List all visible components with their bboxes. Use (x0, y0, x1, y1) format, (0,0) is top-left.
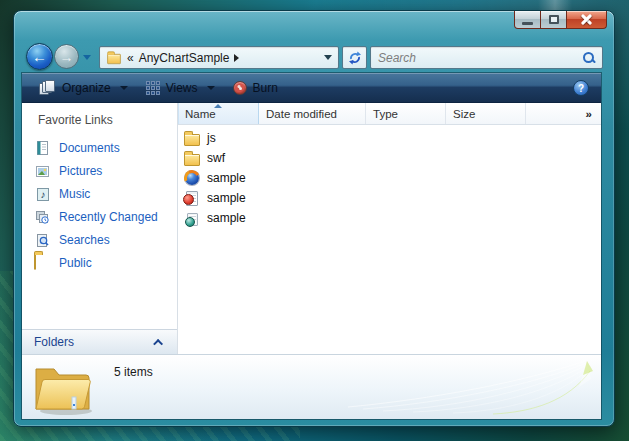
command-toolbar: Organize Views Burn ? (22, 73, 601, 103)
organize-button[interactable]: Organize (32, 77, 135, 98)
breadcrumb-location[interactable]: AnyChartSample (139, 51, 230, 65)
window-content: Organize Views Burn ? (22, 73, 601, 419)
maximize-icon (549, 15, 559, 24)
close-button[interactable] (566, 11, 607, 29)
window-controls (515, 11, 607, 29)
column-header-size[interactable]: Size (446, 103, 526, 124)
file-name: sample (207, 211, 246, 225)
file-name: js (207, 131, 216, 145)
file-rows: js swf sample sample (178, 125, 601, 228)
sidebar-label: Recently Changed (59, 210, 158, 224)
minimize-button[interactable] (514, 11, 541, 29)
burn-disc-icon (233, 81, 247, 95)
searches-icon (34, 232, 51, 248)
sidebar-label: Public (59, 256, 92, 270)
file-name: swf (207, 151, 225, 165)
more-columns-icon: » (586, 108, 592, 120)
breadcrumb-chevrons[interactable]: « (127, 51, 134, 65)
file-row-js[interactable]: js (178, 128, 601, 148)
folders-bar[interactable]: Folders (22, 329, 177, 354)
aurora-swoosh-decoration (343, 357, 593, 415)
sidebar-label: Pictures (59, 164, 102, 178)
views-label: Views (166, 81, 198, 95)
address-history-dropdown-icon[interactable] (324, 55, 332, 60)
explorer-window: ← → « AnyChartSample Search (13, 10, 615, 427)
forward-button[interactable]: → (54, 44, 79, 69)
file-list-pane: Name Date modified Type Size (178, 103, 601, 354)
svg-text:♪: ♪ (40, 189, 45, 200)
views-button[interactable]: Views (139, 78, 222, 98)
navigation-pane: Favorite Links Documents Pictures (22, 103, 178, 354)
refresh-icon (347, 50, 363, 66)
refresh-button[interactable] (342, 46, 367, 69)
web-document-icon (184, 210, 200, 226)
recently-changed-icon (34, 209, 51, 225)
file-name: sample (207, 171, 246, 185)
back-button[interactable]: ← (26, 43, 53, 70)
address-breadcrumb[interactable]: « AnyChartSample (99, 46, 339, 69)
file-name: sample (207, 191, 246, 205)
item-count: 5 items (114, 365, 153, 379)
burn-button[interactable]: Burn (226, 78, 285, 98)
organize-icon (39, 80, 56, 95)
search-icon[interactable] (582, 51, 595, 64)
column-header-date-modified[interactable]: Date modified (259, 103, 366, 124)
sidebar-item-public[interactable]: Public (22, 251, 177, 274)
maximize-button[interactable] (540, 11, 567, 29)
sidebar-item-music[interactable]: ♪ Music (22, 182, 177, 205)
sidebar-label: Searches (59, 233, 110, 247)
burn-label: Burn (253, 81, 278, 95)
file-row-sample-doc[interactable]: sample (178, 188, 601, 208)
more-columns-button[interactable]: » (567, 103, 601, 124)
folder-icon (184, 130, 200, 146)
music-icon: ♪ (34, 186, 51, 202)
sort-ascending-icon (214, 104, 222, 108)
chevron-down-icon (120, 86, 128, 90)
large-folder-icon (28, 357, 98, 419)
public-folder-icon (34, 255, 51, 271)
sidebar-item-pictures[interactable]: Pictures (22, 159, 177, 182)
favorite-links-header: Favorite Links (22, 103, 177, 136)
folders-label: Folders (34, 335, 74, 349)
sidebar-item-searches[interactable]: Searches (22, 228, 177, 251)
file-row-sample-html[interactable]: sample (178, 168, 601, 188)
recent-pages-dropdown[interactable] (83, 55, 91, 60)
breadcrumb-expand-icon[interactable] (234, 54, 239, 62)
sidebar-item-recently-changed[interactable]: Recently Changed (22, 205, 177, 228)
column-header-type[interactable]: Type (366, 103, 446, 124)
details-pane: 5 items (22, 354, 601, 419)
desktop: ← → « AnyChartSample Search (0, 0, 629, 441)
sidebar-label: Music (59, 187, 90, 201)
location-folder-icon (107, 54, 121, 64)
file-row-swf[interactable]: swf (178, 148, 601, 168)
column-headers: Name Date modified Type Size (178, 103, 601, 125)
search-placeholder: Search (378, 51, 582, 65)
back-arrow-icon: ← (32, 48, 47, 65)
chevron-up-icon (153, 338, 163, 348)
chevron-down-icon (207, 86, 215, 90)
firefox-html-icon (184, 170, 200, 186)
documents-icon (34, 140, 51, 156)
views-grid-icon (146, 81, 160, 95)
file-row-sample-web[interactable]: sample (178, 208, 601, 228)
search-input[interactable]: Search (370, 46, 603, 69)
sidebar-item-documents[interactable]: Documents (22, 136, 177, 159)
help-icon: ? (578, 83, 584, 94)
column-header-name[interactable]: Name (178, 103, 259, 124)
help-button[interactable]: ? (573, 80, 589, 96)
red-document-icon (184, 190, 200, 206)
pictures-icon (34, 163, 51, 179)
organize-label: Organize (62, 81, 111, 95)
folder-icon (184, 150, 200, 166)
forward-arrow-icon: → (60, 49, 74, 65)
sidebar-label: Documents (59, 141, 120, 155)
minimize-icon (522, 22, 533, 25)
